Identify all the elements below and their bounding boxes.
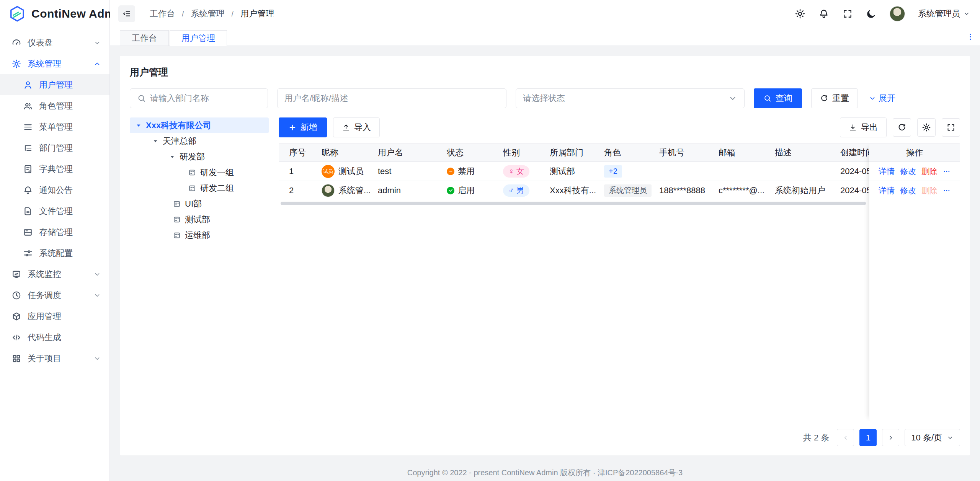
tab-more-button[interactable] [966,33,975,41]
notifications-button[interactable] [818,8,829,19]
menu-fold-icon [122,9,131,18]
prev-page-button[interactable] [837,429,854,446]
tree-node-rd-group2[interactable]: 研发二组 [130,180,269,196]
query-button[interactable]: 查询 [754,88,802,108]
table-header-row: 序号 昵称 用户名 状态 性别 所属部门 角色 手机号 邮箱 描述 创建时间 [279,144,885,162]
settings-button[interactable] [795,8,805,19]
avatar [322,184,335,197]
mindmap-icon [173,215,181,224]
reset-button[interactable]: 重置 [811,88,858,108]
caret-down-icon[interactable] [135,122,142,129]
more-actions-button[interactable] [943,187,951,194]
detail-link[interactable]: 详情 [879,166,895,177]
sidebar: ContiNew Admin 仪表盘 系统管理 用户管理 角色管理 菜单管理 部… [0,0,110,481]
dark-mode-toggle[interactable] [866,8,877,19]
tab-workbench[interactable]: 工作台 [120,30,169,46]
mindmap-icon [173,200,181,208]
dictionary-icon [23,164,33,174]
delete-link[interactable]: 删除 [921,166,938,177]
table-fullscreen-button[interactable] [942,118,960,137]
user-avatar[interactable] [890,6,905,21]
sidebar-item-codegen[interactable]: 代码生成 [0,327,109,348]
horizontal-scrollbar[interactable] [281,202,866,205]
refresh-icon [897,123,906,132]
user-table-section: 新增 导入 导出 [279,117,960,446]
sidebar-item-storage[interactable]: 存储管理 [0,222,109,243]
tab-user-management[interactable]: 用户管理 [170,30,227,46]
table-row[interactable]: 1 试员 测试员 test 禁用 [279,162,885,181]
keyword-search-field[interactable] [277,88,506,108]
table-settings-button[interactable] [917,118,936,137]
sidebar-item-monitor[interactable]: 系统监控 [0,264,109,285]
edit-link[interactable]: 修改 [900,185,916,196]
chevron-down-icon [869,95,876,102]
sidebar-item-dashboard[interactable]: 仪表盘 [0,32,109,53]
total-count: 共 2 条 [803,432,829,443]
sidebar-item-about[interactable]: 关于项目 [0,348,109,369]
chevron-down-icon [947,434,954,441]
department-search-field[interactable] [130,88,268,108]
users-icon [23,101,33,111]
tree-node-company[interactable]: Xxx科技有限公司 [130,117,269,133]
breadcrumb-item[interactable]: 系统管理 [191,8,225,20]
tree-node-rd-dept[interactable]: 研发部 [130,149,269,165]
sidebar-item-menus[interactable]: 菜单管理 [0,116,109,137]
refresh-table-button[interactable] [893,118,911,137]
detail-link[interactable]: 详情 [879,185,895,196]
chevron-down-icon [963,10,970,17]
row-actions: 详情 修改 删除 [869,181,960,200]
tree-node-tianjin[interactable]: 天津总部 [130,133,269,149]
gear-icon [795,8,805,19]
sidebar-collapse-button[interactable] [118,5,135,22]
caret-down-icon[interactable] [152,138,159,145]
user-menu[interactable]: 系统管理员 [918,8,970,20]
sidebar-item-files[interactable]: 文件管理 [0,201,109,222]
import-button[interactable]: 导入 [333,117,380,137]
chevron-down-icon [93,292,101,299]
table-row[interactable]: 2 系统管... admin 启用 [279,181,885,200]
tree-node-test-dept[interactable]: 测试部 [130,212,269,227]
sidebar-item-dictionary[interactable]: 字典管理 [0,158,109,179]
page-number-button[interactable]: 1 [859,429,877,446]
breadcrumb-item-current: 用户管理 [240,8,274,20]
sidebar-item-users[interactable]: 用户管理 [0,74,109,95]
next-page-button[interactable] [882,429,899,446]
more-actions-button[interactable] [943,168,951,175]
page-content: 用户管理 请选择状态 查询 重 [110,46,980,464]
tree-node-rd-group1[interactable]: 研发一组 [130,165,269,180]
tree-node-ui-dept[interactable]: UI部 [130,196,269,212]
gear-icon [922,123,931,132]
breadcrumb-item[interactable]: 工作台 [150,8,175,20]
chevron-down-icon [728,94,737,103]
user-name: 系统管理员 [918,8,960,20]
sidebar-item-system[interactable]: 系统管理 [0,53,109,74]
plus-icon [288,123,297,132]
sidebar-item-roles[interactable]: 角色管理 [0,95,109,116]
role-count-badge[interactable]: +2 [604,165,622,178]
app-logo[interactable]: ContiNew Admin [0,0,109,28]
department-search-input[interactable] [150,93,261,103]
pagination: 共 2 条 1 10 条/页 [279,429,960,446]
sidebar-item-scheduler[interactable]: 任务调度 [0,285,109,306]
chevron-left-icon [842,434,849,441]
main-area: 工作台 / 系统管理 / 用户管理 系统管理员 工作台 用户管理 用户管理 [110,0,980,481]
more-horizontal-icon [943,168,951,175]
expand-toggle[interactable]: 展开 [869,93,895,104]
keyword-search-input[interactable] [284,93,499,103]
monitor-icon [11,269,21,279]
add-user-button[interactable]: 新增 [279,117,327,137]
page-size-select[interactable]: 10 条/页 [905,429,960,446]
edit-link[interactable]: 修改 [900,166,916,177]
sidebar-item-notices[interactable]: 通知公告 [0,179,109,201]
sidebar-item-config[interactable]: 系统配置 [0,243,109,264]
user-management-card: 用户管理 请选择状态 查询 重 [120,56,970,455]
tree-node-ops-dept[interactable]: 运维部 [130,227,269,243]
sidebar-item-departments[interactable]: 部门管理 [0,137,109,158]
role-badge: 系统管理员 [604,184,652,197]
export-button[interactable]: 导出 [840,117,887,137]
gauge-icon [11,38,21,48]
caret-down-icon[interactable] [169,153,176,160]
status-select[interactable]: 请选择状态 [516,88,745,108]
fullscreen-button[interactable] [842,8,853,19]
sidebar-item-apps[interactable]: 应用管理 [0,306,109,327]
